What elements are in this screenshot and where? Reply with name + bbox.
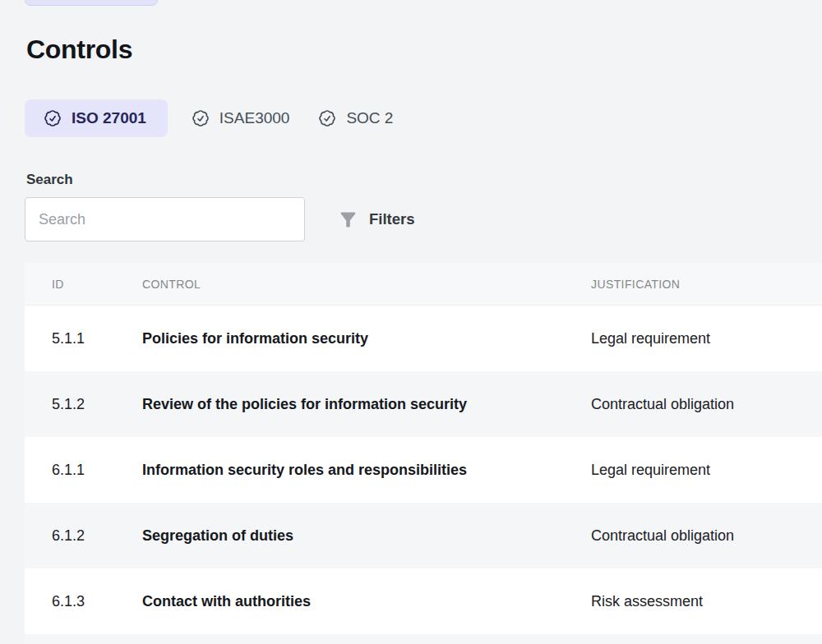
table-row-partial [25, 634, 822, 644]
cell-control: Segregation of duties [142, 527, 591, 545]
cell-justification: Contractual obligation [591, 527, 822, 545]
cell-control: Policies for information security [142, 330, 591, 347]
cell-id: 6.1.2 [25, 527, 142, 545]
tab-isae3000[interactable]: ISAE3000 [186, 99, 295, 137]
cell-justification: Legal requirement [591, 330, 822, 347]
column-header-id: ID [25, 278, 142, 291]
table-row[interactable]: 6.1.2 Segregation of duties Contractual … [25, 503, 822, 568]
tab-soc-2[interactable]: SOC 2 [312, 99, 398, 137]
cell-control: Information security roles and responsib… [142, 462, 591, 479]
controls-table: ID CONTROL JUSTIFICATION 5.1.1 Policies … [25, 263, 822, 644]
badge-check-icon [317, 108, 337, 128]
filter-funnel-icon [337, 209, 359, 231]
badge-check-icon [191, 108, 210, 128]
cell-id: 5.1.2 [25, 396, 142, 413]
filters-label: Filters [369, 210, 415, 228]
table-row[interactable]: 6.1.3 Contact with authorities Risk asse… [25, 568, 822, 634]
tab-label: ISAE3000 [219, 109, 290, 127]
cell-justification: Risk assessment [591, 593, 822, 610]
cell-control: Contact with authorities [142, 593, 591, 610]
table-row[interactable]: 5.1.2 Review of the policies for informa… [25, 371, 822, 437]
cell-justification: Legal requirement [591, 462, 822, 479]
cell-id: 5.1.1 [25, 330, 142, 347]
cell-id: 6.1.3 [25, 593, 142, 610]
cell-justification: Contractual obligation [591, 396, 822, 413]
filters-button[interactable]: Filters [337, 197, 415, 242]
page-title: Controls [26, 34, 132, 65]
search-label: Search [26, 172, 73, 188]
cell-id: 6.1.1 [25, 462, 142, 479]
tab-label: ISO 27001 [72, 109, 146, 127]
column-header-control: CONTROL [142, 278, 591, 291]
tab-iso-27001[interactable]: ISO 27001 [25, 99, 168, 137]
cut-off-top-button[interactable] [25, 0, 158, 6]
framework-tabs: ISO 27001 ISAE3000 SOC 2 [25, 99, 398, 137]
table-row[interactable]: 6.1.1 Information security roles and res… [25, 437, 822, 503]
table-header-row: ID CONTROL JUSTIFICATION [25, 263, 822, 306]
badge-check-icon [43, 108, 62, 128]
search-input[interactable] [25, 197, 305, 242]
column-header-justification: JUSTIFICATION [591, 278, 822, 291]
tab-label: SOC 2 [346, 109, 393, 127]
cell-control: Review of the policies for information s… [142, 396, 591, 413]
table-row[interactable]: 5.1.1 Policies for information security … [25, 306, 822, 371]
